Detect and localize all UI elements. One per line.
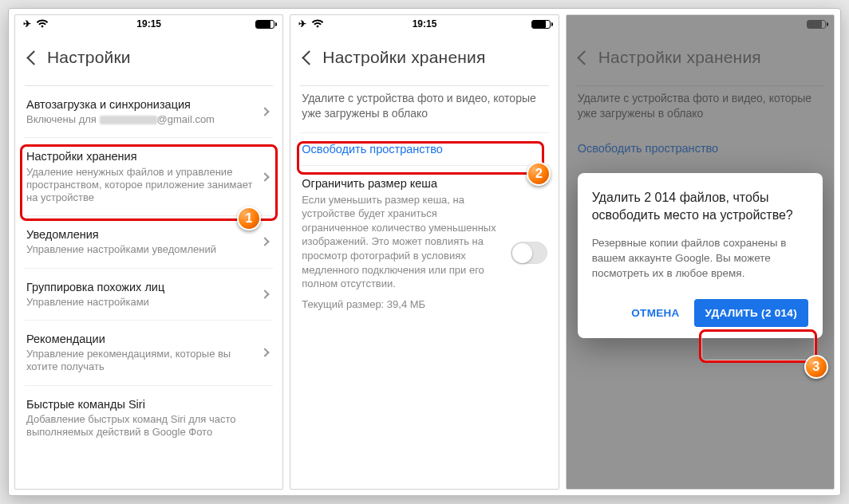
row-notifications[interactable]: Уведомления Управление настройками уведо… xyxy=(25,216,273,268)
cancel-button[interactable]: ОТМЕНА xyxy=(623,299,687,327)
row-title: Группировка похожих лиц xyxy=(26,280,254,294)
limit-cache-toggle[interactable] xyxy=(511,242,547,264)
dialog-actions: ОТМЕНА УДАЛИТЬ (2 014) xyxy=(592,299,808,327)
page-title: Настройки xyxy=(47,48,131,67)
limit-cache-description: Если уменьшить размер кеша, на устройств… xyxy=(300,193,548,297)
row-subtitle: Управление настройками xyxy=(26,296,254,309)
screen-1-settings: ✈ 19:15 Настройки Автозагрузка и синхрон… xyxy=(14,14,283,490)
row-title: Рекомендации xyxy=(26,332,254,346)
row-siri-shortcuts[interactable]: Быстрые команды Siri Добавление быстрых … xyxy=(25,386,273,451)
screen-3-confirm-dialog: Настройки хранения Удалите с устройства … xyxy=(566,14,835,490)
back-button[interactable] xyxy=(295,44,322,71)
row-subtitle: Управление настройками уведомлений xyxy=(26,243,254,256)
status-time: 19:15 xyxy=(290,18,558,30)
chevron-right-icon xyxy=(261,108,270,116)
free-up-space-button[interactable]: Освободить пространство xyxy=(300,132,548,166)
nav-header: Настройки xyxy=(15,33,282,85)
intro-text: Удалите с устройства фото и видео, котор… xyxy=(300,86,548,132)
back-button[interactable] xyxy=(20,44,47,71)
three-screenshot-stage: ✈ 19:15 Настройки Автозагрузка и синхрон… xyxy=(8,8,841,496)
airplane-mode-icon: ✈ xyxy=(298,18,306,30)
page-title: Настройки хранения xyxy=(322,48,485,67)
screen-2-storage-settings: ✈ 19:15 Настройки хранения Удалите с уст… xyxy=(290,14,559,490)
row-subtitle: Включены для @gmail.com xyxy=(26,113,254,126)
row-subtitle: Добавление быстрых команд Siri для часто… xyxy=(26,413,263,439)
row-subtitle: Удаление ненужных файлов и управление пр… xyxy=(26,166,254,205)
delete-confirm-button[interactable]: УДАЛИТЬ (2 014) xyxy=(694,299,808,327)
row-title: Автозагрузка и синхронизация xyxy=(26,97,254,112)
row-title: Быстрые команды Siri xyxy=(26,397,263,411)
redacted-text xyxy=(100,116,157,124)
wifi-icon xyxy=(311,19,324,29)
row-recommendations[interactable]: Рекомендации Управление рекомендациями, … xyxy=(25,321,273,386)
nav-header: Настройки хранения xyxy=(290,33,558,85)
chevron-right-icon xyxy=(261,289,270,298)
row-subtitle: Управление рекомендациями, которые вы хо… xyxy=(26,348,254,374)
battery-icon xyxy=(255,20,274,29)
row-title: Уведомления xyxy=(26,227,254,242)
limit-cache-title: Ограничить размер кеша xyxy=(300,166,548,193)
airplane-mode-icon: ✈ xyxy=(23,18,31,30)
delete-confirm-dialog: Удалить 2 014 файлов, чтобы освободить м… xyxy=(578,173,823,338)
dialog-heading: Удалить 2 014 файлов, чтобы освободить м… xyxy=(592,189,808,223)
chevron-left-icon xyxy=(302,50,316,65)
status-time: 19:15 xyxy=(15,18,282,30)
current-cache-size: Текущий размер: 39,4 МБ xyxy=(300,297,548,318)
wifi-icon xyxy=(36,19,49,29)
dialog-body: Резервные копии файлов сохранены в вашем… xyxy=(592,236,808,282)
status-bar: ✈ 19:15 xyxy=(290,15,558,33)
row-face-grouping[interactable]: Группировка похожих лиц Управление настр… xyxy=(25,269,273,321)
battery-icon xyxy=(531,20,551,29)
row-title: Настройки хранения xyxy=(26,149,254,163)
chevron-right-icon xyxy=(261,348,270,357)
row-storage-settings[interactable]: Настройки хранения Удаление ненужных фай… xyxy=(25,138,273,216)
status-bar: ✈ 19:15 xyxy=(15,15,282,33)
row-autosync[interactable]: Автозагрузка и синхронизация Включены дл… xyxy=(25,86,273,138)
chevron-left-icon xyxy=(26,50,41,65)
chevron-right-icon xyxy=(261,238,270,246)
chevron-right-icon xyxy=(261,172,270,181)
